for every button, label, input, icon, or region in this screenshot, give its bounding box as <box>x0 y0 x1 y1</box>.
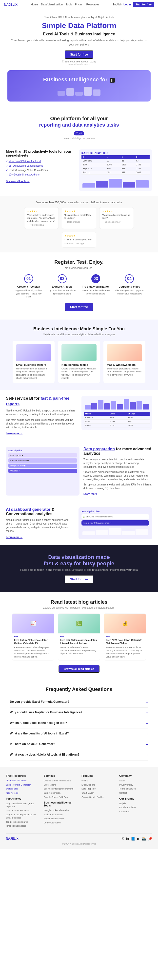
tools-link-4[interactable]: 10+ Google Sheets Add-ons <box>9 173 40 176</box>
nav-resources[interactable]: Resources <box>86 3 99 6</box>
footer-bi-4[interactable]: Domo Alternative <box>44 821 77 824</box>
blog-cta-button[interactable]: Browse all blog articles <box>58 665 100 673</box>
footer-article-2[interactable]: What is AI for Business <box>6 809 39 812</box>
step-3-desc: Upload your files and create professiona… <box>81 289 111 295</box>
faq-q-6[interactable]: What exactly does Najelix AI tools at BI… <box>10 753 148 757</box>
one-platform-link[interactable]: reporting and data analytics tasks <box>39 122 119 127</box>
footer-brand-1[interactable]: Najelix <box>119 802 152 805</box>
review-text-2: "It is absolutely great! Easy to update" <box>64 213 94 220</box>
login-button[interactable]: Login <box>123 3 131 6</box>
nav-links: Home Data Visualization Tools Pricing Re… <box>31 3 99 6</box>
faq-q-5[interactable]: Is There An Aside AI Generator? <box>10 742 148 747</box>
reports-heading-link[interactable]: fast & pain-free reports <box>6 396 69 406</box>
review-card-3: ★★★★★ "Dashboard generation is so easy!"… <box>99 207 134 229</box>
nav-cta-button[interactable]: Start for free <box>133 2 154 7</box>
tools-item-1: More than 350 tools for Excel <box>6 159 74 164</box>
faq-item-2[interactable]: Why should I use Najelix for Business In… <box>10 708 148 718</box>
faq-item-1[interactable]: Do you provide Excel Formula Generator? <box>10 697 148 708</box>
tools-item-4: 10+ Google Sheets Add-ons <box>6 173 74 177</box>
footer-heading-resources: Free Resources <box>6 774 39 777</box>
footer-c2[interactable]: Privacy Policy <box>119 783 152 787</box>
reports-learn-more[interactable]: Learn more → <box>6 432 23 435</box>
bi-card-1-desc: No complex charts or database integratio… <box>16 367 51 380</box>
footer-c1[interactable]: About <box>119 779 152 783</box>
footer-article-4[interactable]: Top BI tools compared <box>6 821 39 824</box>
footer-bi-2[interactable]: Tableau Alternative <box>44 813 77 816</box>
blog-title-2[interactable]: Free IRR Calculator: Calculates Internal… <box>60 639 98 645</box>
footer-article-5[interactable]: Financial Dashboard <box>6 824 39 827</box>
ai-heading-link[interactable]: AI dashboard generator <box>6 508 50 512</box>
review-text-4: "This BI is such a good tool" <box>64 238 94 241</box>
reports-right: MetricValueChange Revenue$24k+12% Users1… <box>81 396 152 430</box>
footer-item-r3[interactable]: Startup Blog <box>6 787 39 791</box>
faq-q-2[interactable]: Why should I use Najelix for Business In… <box>10 711 148 715</box>
bi-title: Business Intelligence Made Simple For Yo… <box>6 326 152 332</box>
footer-c3[interactable]: Terms of Service <box>119 787 152 791</box>
viz-highlight: fast & easy <box>44 560 73 566</box>
review-author-3: — Business owner <box>102 221 131 223</box>
footer-s3[interactable]: Business Intelligence Platform <box>44 787 77 791</box>
faq-item-5[interactable]: Is There An Aside AI Generator? <box>10 739 148 750</box>
ai-intro: Need a report? Upload file, build a repo… <box>6 518 74 533</box>
data-prep-learn-more[interactable]: Learn more → <box>84 493 100 495</box>
social-twitter[interactable]: 𝕏 <box>121 837 124 841</box>
faq-item-4[interactable]: What are the benefits of AI tools in Exc… <box>10 729 148 739</box>
stars-4: ★★★★★ <box>64 234 94 237</box>
footer-brand-3[interactable]: SheetsBot <box>119 810 152 813</box>
tools-left: More than 15 productivity tools for your… <box>6 150 74 191</box>
footer-item-r2[interactable]: Excel Formula Generator <box>6 783 39 787</box>
nav-tools[interactable]: Tools <box>66 3 72 6</box>
footer-bi-3[interactable]: Power BI Alternative <box>44 817 77 820</box>
social-facebook[interactable]: 📘 <box>131 837 135 841</box>
faq-item-3[interactable]: Which AI tool Excel is the next-gen tool… <box>10 718 148 729</box>
video-area: Business Intelligence for ▌ <box>7 70 151 102</box>
discover-all-tools-link[interactable]: Discover all tools → <box>6 180 30 183</box>
footer-item-r4[interactable]: Free AI tools <box>6 791 39 795</box>
footer-item-r1[interactable]: Financial Calculators <box>6 779 39 783</box>
footer-brand-2[interactable]: ExcelFormulaBot <box>119 806 152 809</box>
footer-p1[interactable]: Pricing <box>81 779 114 783</box>
bi-subtitle: Najelix.io is the all-in-one data analyt… <box>6 333 152 336</box>
footer-s4[interactable]: Data Preparation <box>44 791 77 795</box>
footer-p2[interactable]: Excel Add-Ins <box>81 783 114 787</box>
social-linkedin[interactable]: in <box>126 837 129 841</box>
try-it-tag[interactable]: Try it <box>74 131 84 135</box>
footer-article-1[interactable]: Why is Business Intelligence Important <box>6 802 39 808</box>
footer-s1[interactable]: Google Sheets Automations <box>44 779 77 783</box>
blog-title-3[interactable]: Free NPV Calculator: Calculate Net Prese… <box>106 639 144 645</box>
footer-article-3[interactable]: Why BI is the Right Choice For Small Bus… <box>6 813 39 819</box>
nav-home[interactable]: Home <box>31 3 38 6</box>
faq-q-1[interactable]: Do you provide Excel Formula Generator? <box>10 700 148 705</box>
social-instagram[interactable]: 📸 <box>142 837 146 841</box>
bi-card-2: Non-technical teams Create shareable rep… <box>58 340 100 383</box>
nav-pricing[interactable]: Pricing <box>75 3 84 6</box>
footer-s5[interactable]: Google Sheets Add-Ons <box>44 795 77 799</box>
hero-desc: Complement your data with professional-l… <box>10 38 148 46</box>
nav-lang[interactable]: English <box>113 3 121 6</box>
faq-q-4[interactable]: What are the benefits of AI tools in Exc… <box>10 732 148 736</box>
footer-p4[interactable]: Chart Maker <box>81 791 114 795</box>
footer-p3[interactable]: Data Prep Tool <box>81 787 114 791</box>
bi-card-3-desc: Build clean, professional reports from a… <box>107 367 142 377</box>
social-youtube[interactable]: ▶ <box>137 837 140 841</box>
step-3-num: 03 <box>91 274 100 283</box>
viz-cta-button[interactable]: Start for free <box>64 575 94 584</box>
footer-bi-1[interactable]: Google Looker Alternative <box>44 809 77 812</box>
footer-s2[interactable]: Excel Macro <box>44 783 77 787</box>
tools-link-2[interactable]: 15+ AI-powered Excel functions <box>9 164 43 167</box>
hero-free-note: Create your free account today <box>10 60 148 63</box>
faq-item-6[interactable]: What exactly does Najelix AI tools at BI… <box>10 750 148 760</box>
ai-learn-more[interactable]: Learn more → <box>6 536 23 539</box>
blog-title-1[interactable]: Free Future Value Calculator Online: Cal… <box>14 639 52 645</box>
data-prep-link[interactable]: Data preparation <box>84 447 115 451</box>
tools-link-1[interactable]: More than 350 tools for Excel <box>9 160 41 163</box>
nav-data-viz[interactable]: Data Visualization <box>41 3 63 6</box>
register-cta-button[interactable]: Start for free <box>64 303 94 311</box>
footer-c4[interactable]: Contact <box>119 791 152 795</box>
step-2-desc: Try more than 25 AI tools for spreadshee… <box>47 289 77 295</box>
data-prep-desc1: Create more advanced visualizations from… <box>84 470 152 481</box>
footer-p5[interactable]: Google Sheets Add-Ins <box>81 795 114 799</box>
faq-q-3[interactable]: Which AI tool Excel is the next-gen tool… <box>10 721 148 725</box>
hero-cta-button[interactable]: Start for free <box>64 50 94 59</box>
social-pinterest[interactable]: 📌 <box>148 837 152 841</box>
